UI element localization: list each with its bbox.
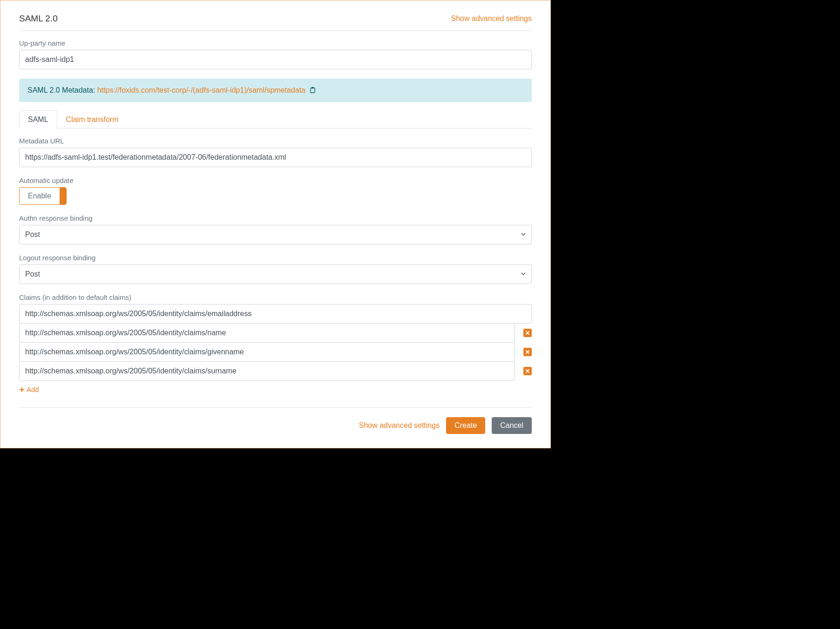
cancel-button[interactable]: Cancel: [492, 417, 532, 434]
claims-label: Claims (in addition to default claims): [19, 293, 532, 301]
claim-input-primary[interactable]: [19, 304, 532, 324]
authn-binding-label: Authn response binding: [19, 214, 532, 222]
toggle-handle: [60, 188, 66, 204]
logout-binding-label: Logout response binding: [19, 254, 532, 262]
panel-footer: Show advanced settings Create Cancel: [19, 407, 532, 434]
add-claim-label: Add: [27, 386, 39, 393]
svg-rect-0: [311, 88, 315, 93]
authn-binding-group: Authn response binding Post: [19, 214, 532, 244]
automatic-update-group: Automatic update Enable: [19, 176, 532, 205]
metadata-url-input[interactable]: [19, 148, 532, 167]
metadata-url-group: Metadata URL: [19, 137, 532, 167]
panel-header: SAML 2.0 Show advanced settings: [19, 14, 532, 31]
metadata-url-link[interactable]: https://foxids.com/test-corp/-/(adfs-sam…: [97, 86, 305, 94]
claim-row: [19, 342, 532, 362]
delete-claim-button[interactable]: [523, 329, 532, 337]
plus-icon: [19, 387, 25, 392]
claims-list: [19, 323, 532, 381]
up-party-label: Up-party name: [19, 39, 532, 47]
up-party-group: Up-party name: [19, 39, 532, 69]
claim-row: [19, 323, 532, 343]
add-claim-button[interactable]: Add: [19, 386, 39, 393]
claim-row: [19, 361, 532, 381]
close-icon: [525, 369, 530, 373]
claim-input[interactable]: [19, 361, 515, 381]
svg-rect-1: [312, 87, 314, 88]
clipboard-icon[interactable]: [309, 87, 316, 93]
logout-binding-group: Logout response binding Post: [19, 254, 532, 284]
tab-bar: SAML Claim transform: [19, 110, 532, 129]
saml-config-panel: SAML 2.0 Show advanced settings Up-party…: [0, 0, 551, 448]
show-advanced-link-top[interactable]: Show advanced settings: [451, 14, 532, 23]
panel-title: SAML 2.0: [19, 14, 58, 24]
create-button[interactable]: Create: [446, 417, 485, 434]
automatic-update-label: Automatic update: [19, 176, 532, 184]
delete-claim-button[interactable]: [523, 367, 532, 375]
claim-input[interactable]: [19, 323, 515, 343]
automatic-update-toggle[interactable]: Enable: [19, 187, 67, 205]
claim-input[interactable]: [19, 342, 515, 362]
delete-claim-button[interactable]: [523, 348, 532, 356]
metadata-url-label: Metadata URL: [19, 137, 532, 145]
logout-binding-select[interactable]: Post: [19, 264, 532, 284]
metadata-info-box: SAML 2.0 Metadata: https://foxids.com/te…: [19, 79, 532, 102]
claims-group: Claims (in addition to default claims) A…: [19, 293, 532, 394]
metadata-info-label: SAML 2.0 Metadata:: [27, 86, 97, 94]
tab-saml[interactable]: SAML: [19, 110, 57, 129]
up-party-input[interactable]: [19, 50, 532, 69]
authn-binding-select[interactable]: Post: [19, 225, 532, 244]
close-icon: [525, 350, 530, 354]
toggle-text: Enable: [20, 188, 60, 204]
close-icon: [525, 331, 530, 335]
tab-claim-transform[interactable]: Claim transform: [57, 110, 128, 129]
show-advanced-link-bottom[interactable]: Show advanced settings: [359, 421, 440, 430]
